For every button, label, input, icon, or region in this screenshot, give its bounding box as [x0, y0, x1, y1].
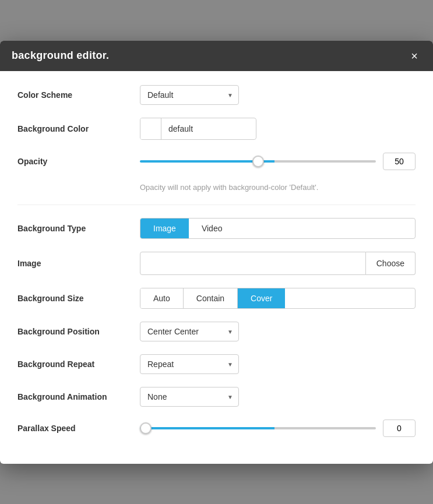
background-type-toggle-group: Image Video: [140, 218, 416, 239]
background-repeat-row: Background Repeat Repeat No Repeat Repea…: [17, 354, 416, 374]
parallax-number[interactable]: 0: [383, 420, 416, 437]
background-position-select-wrapper: Center Center Top Left Top Center Top Ri…: [140, 322, 239, 341]
parallax-speed-row: Parallax Speed 0: [17, 420, 416, 437]
background-animation-select-wrapper: None Fade Slide Zoom: [140, 387, 239, 407]
divider-1: [17, 205, 416, 205]
background-editor-dialog: background editor. × Color Scheme Defaul…: [0, 41, 433, 464]
background-size-row: Background Size Auto Contain Cover: [17, 288, 416, 309]
background-type-label: Background Type: [17, 224, 140, 233]
color-scheme-select-wrapper: Default Light Dark: [140, 85, 239, 105]
opacity-row: Opacity 50: [17, 153, 416, 170]
type-image-button[interactable]: Image: [140, 218, 189, 238]
opacity-note: Opacity will not apply with background-c…: [140, 183, 416, 192]
background-color-row: Background Color: [17, 118, 416, 140]
color-scheme-row: Color Scheme Default Light Dark: [17, 85, 416, 105]
size-auto-button[interactable]: Auto: [140, 288, 184, 308]
opacity-wrapper: 50: [140, 153, 416, 170]
parallax-speed-label: Parallax Speed: [17, 424, 140, 433]
image-control: Choose: [140, 252, 416, 275]
dialog-title: background editor.: [12, 50, 109, 62]
background-type-row: Background Type Image Video: [17, 218, 416, 239]
image-row: Image Choose: [17, 252, 416, 275]
background-repeat-select[interactable]: Repeat No Repeat Repeat X Repeat Y: [140, 354, 239, 374]
background-size-control: Auto Contain Cover: [140, 288, 416, 309]
background-size-toggle-group: Auto Contain Cover: [140, 288, 416, 309]
size-contain-button[interactable]: Contain: [184, 288, 238, 308]
color-input-wrapper: [140, 118, 256, 140]
background-animation-select[interactable]: None Fade Slide Zoom: [140, 387, 239, 407]
color-scheme-control: Default Light Dark: [140, 85, 416, 105]
background-type-control: Image Video: [140, 218, 416, 239]
background-animation-label: Background Animation: [17, 392, 140, 401]
image-text-input[interactable]: [140, 252, 366, 275]
background-position-row: Background Position Center Center Top Le…: [17, 322, 416, 341]
image-label: Image: [17, 259, 140, 268]
type-video-button[interactable]: Video: [189, 218, 235, 238]
opacity-number[interactable]: 50: [383, 153, 416, 170]
dialog-header: background editor. ×: [0, 41, 433, 71]
background-animation-row: Background Animation None Fade Slide Zoo…: [17, 387, 416, 407]
background-color-control: [140, 118, 416, 140]
background-size-label: Background Size: [17, 294, 140, 303]
background-position-select[interactable]: Center Center Top Left Top Center Top Ri…: [140, 322, 239, 341]
parallax-slider[interactable]: [140, 427, 376, 429]
size-cover-button[interactable]: Cover: [238, 288, 285, 308]
color-swatch[interactable]: [140, 118, 161, 139]
dialog-body: Color Scheme Default Light Dark Backgrou…: [0, 71, 433, 464]
background-animation-control: None Fade Slide Zoom: [140, 387, 416, 407]
parallax-wrapper: 0: [140, 420, 416, 437]
color-text-input[interactable]: [161, 119, 256, 138]
background-repeat-select-wrapper: Repeat No Repeat Repeat X Repeat Y: [140, 354, 239, 374]
background-position-control: Center Center Top Left Top Center Top Ri…: [140, 322, 416, 341]
background-color-label: Background Color: [17, 124, 140, 133]
background-position-label: Background Position: [17, 327, 140, 336]
image-input-wrapper: Choose: [140, 252, 416, 275]
color-scheme-label: Color Scheme: [17, 90, 140, 100]
color-scheme-select[interactable]: Default Light Dark: [140, 85, 239, 105]
opacity-slider[interactable]: [140, 160, 376, 163]
opacity-label: Opacity: [17, 157, 140, 166]
background-repeat-control: Repeat No Repeat Repeat X Repeat Y: [140, 354, 416, 374]
close-button[interactable]: ×: [407, 49, 421, 63]
background-repeat-label: Background Repeat: [17, 360, 140, 369]
choose-button[interactable]: Choose: [366, 252, 416, 275]
